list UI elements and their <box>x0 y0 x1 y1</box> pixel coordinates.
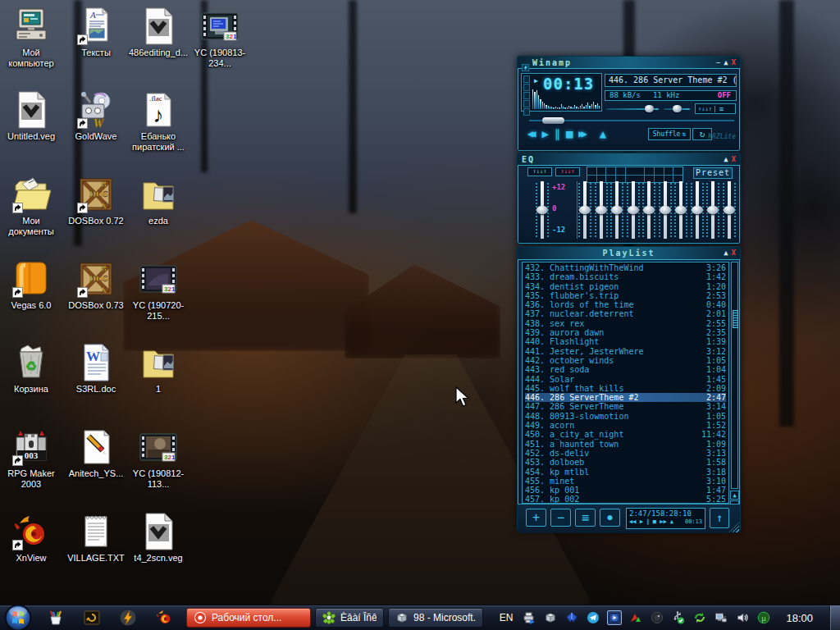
playlist-item[interactable]: 438. sex rex2:55 <box>525 319 726 328</box>
task-button[interactable]: Рабочий стол... <box>186 608 311 628</box>
eq-band-slider-6[interactable] <box>659 181 672 239</box>
playlist-item[interactable]: 443. red soda1:04 <box>525 365 726 374</box>
playlist-item[interactable]: 439. aurora dawn2:35 <box>525 328 726 337</box>
playlist-titlebar[interactable]: PlayList ▲ X <box>518 247 740 260</box>
playlist-item[interactable]: 448. 80913-slowmotion1:05 <box>525 412 726 421</box>
telegram-icon[interactable] <box>586 610 600 625</box>
vpc-icon[interactable] <box>543 610 558 625</box>
printer-icon[interactable] <box>522 610 536 625</box>
spectrum-analyzer[interactable] <box>532 91 600 109</box>
winamp-main-titlebar[interactable]: Winamp − ▲ X <box>518 57 740 69</box>
playlist-item[interactable]: 432. ChattingWithTheWind3:26 <box>525 263 726 272</box>
mini-transport-icons[interactable]: ◀◀ ▶ ∥ ■ ▶▶ ▲ <box>629 518 673 525</box>
usb-safely-remove-icon[interactable] <box>671 610 686 625</box>
playlist-item[interactable]: 444. Solar1:45 <box>525 375 726 384</box>
pause-button[interactable]: ∥ <box>555 126 560 141</box>
desktop-icon-goldwave[interactable]: WGoldWave <box>65 90 127 142</box>
media-player-icon[interactable] <box>607 610 622 625</box>
moth-messenger-icon[interactable] <box>564 610 579 625</box>
desktop-icon-xnview[interactable]: XnView <box>0 512 62 564</box>
close-button[interactable]: X <box>732 57 736 68</box>
eq-band-slider-1[interactable] <box>578 181 591 239</box>
desktop-icon-folder-pics[interactable]: ezda <box>127 175 189 226</box>
eq-band-slider-5[interactable] <box>642 181 655 239</box>
playlist-item[interactable]: 450. a_city_at_night11:42 <box>525 430 726 439</box>
preamp-slider[interactable] <box>536 181 549 239</box>
volume-knob-icon[interactable] <box>650 610 664 625</box>
eject-button[interactable]: ▲ <box>600 126 606 141</box>
slider-knob[interactable] <box>611 206 623 214</box>
task-button[interactable]: Èâàí Îñêîëêà - ... <box>315 608 384 628</box>
eq-band-slider-2[interactable] <box>595 181 608 239</box>
eq-playlist-toggle[interactable]: ↑↓↓↑ ≡ <box>695 103 736 114</box>
seek-bar[interactable] <box>529 117 734 125</box>
playlist-item[interactable]: 453. dolboeb1:58 <box>525 458 726 467</box>
add-track-button[interactable]: + <box>526 509 546 527</box>
traffic-monitor-icon[interactable] <box>628 610 643 625</box>
xnview-icon[interactable] <box>155 609 173 627</box>
desktop-icon-folder-docs[interactable]: Мои документы <box>0 175 62 237</box>
playlist-item[interactable]: 446. 286 ServerTheme #22:47 <box>525 393 726 402</box>
eq-auto-button[interactable]: ↑↓↓↑ <box>555 167 580 176</box>
show-desktop-button[interactable] <box>829 605 840 630</box>
balance-knob[interactable] <box>673 105 682 112</box>
eq-band-slider-10[interactable] <box>723 181 736 239</box>
desktop-icon-video-dark[interactable]: 321YC (190720-215... <box>127 259 189 322</box>
playlist-item[interactable]: 457. kp_0025:25 <box>525 495 726 504</box>
pencil-cup-icon[interactable] <box>47 609 65 627</box>
play-button[interactable]: ▶ <box>541 126 548 141</box>
slider-knob[interactable] <box>707 206 719 214</box>
remove-track-button[interactable]: − <box>550 509 571 527</box>
scroll-up-button[interactable]: ▲ <box>730 491 739 500</box>
stop-button[interactable]: ■ <box>566 126 573 141</box>
track-title-display[interactable]: 446. 286 Server Theme #2 (2:47) <box>605 74 737 87</box>
slider-knob[interactable] <box>579 206 591 214</box>
desktop-icon-veg[interactable]: 486editing_d... <box>127 7 189 58</box>
close-button[interactable]: X <box>732 248 736 258</box>
playlist-scrollbar[interactable] <box>731 262 738 489</box>
seek-thumb[interactable] <box>542 117 564 124</box>
slider-knob[interactable] <box>692 206 703 214</box>
time-display[interactable]: 00:13 <box>543 75 594 93</box>
shade-button[interactable]: ▲ <box>724 154 728 165</box>
updater-icon[interactable] <box>692 610 707 625</box>
desktop-icon-vegas[interactable]: Vegas 6.0 <box>0 259 62 311</box>
desktop-icon-veg[interactable]: t4_2scn.veg <box>127 512 189 564</box>
volume-slider[interactable] <box>606 105 659 112</box>
eq-toggle-button[interactable]: ↑↓↓↑ <box>696 106 715 112</box>
desktop-icon-rpg[interactable]: 003RPG Maker 2003 <box>0 427 62 490</box>
desktop-icon-dosbox[interactable]: DOSBXDOSBox 0.72 <box>65 175 127 226</box>
slider-knob[interactable] <box>596 206 607 214</box>
minimize-button[interactable]: − <box>716 57 720 68</box>
desktop-icon-dosbox[interactable]: DOSBXDOSBox 0.73 <box>65 259 127 311</box>
desktop-icon-recycle[interactable]: ♻Корзина <box>0 343 62 395</box>
playlist-item[interactable]: 433. dream.biscuits1:42 <box>525 272 726 281</box>
desktop-icon-video-cam[interactable]: 321YC (190812-113... <box>127 427 189 490</box>
slider-knob[interactable] <box>675 206 687 214</box>
eq-band-slider-4[interactable] <box>627 181 640 239</box>
slider-knob[interactable] <box>724 206 735 214</box>
desktop-icon-doc-image[interactable]: AТексты <box>65 7 127 58</box>
desktop-icon-word[interactable]: WS3RL.doc <box>65 343 127 395</box>
slider-knob[interactable] <box>536 206 548 214</box>
playlist-item[interactable]: 452. ds-deliv3:13 <box>525 449 726 458</box>
language-indicator[interactable]: EN <box>500 612 514 623</box>
utorrent-icon[interactable]: µ <box>756 610 771 625</box>
winamp-icon[interactable] <box>119 609 137 627</box>
desktop-icon-video-crt[interactable]: 321YC (190813-234... <box>189 7 251 69</box>
playlist-item[interactable]: 456. kp_0011:47 <box>525 486 726 495</box>
desktop-icon-folder-pics[interactable]: 1 <box>127 343 189 395</box>
start-button[interactable] <box>4 604 32 630</box>
playlist-item[interactable]: 436. lords of the time0:40 <box>525 300 726 309</box>
shade-button[interactable]: ▲ <box>724 57 728 68</box>
desktop-icon-flac[interactable]: .flac♪Ебанько пиратский ... <box>127 90 189 153</box>
playlist-item[interactable]: 441. Jester, JesterWhere3:12 <box>525 347 726 356</box>
playlist-item[interactable]: 435. flubber's.trip2:53 <box>525 291 726 300</box>
shade-button[interactable]: ▲ <box>724 248 728 258</box>
shuffle-button[interactable]: Shuffle ⇅ <box>648 128 691 140</box>
close-button[interactable]: X <box>732 154 736 165</box>
selection-button[interactable]: ≡ <box>575 509 596 527</box>
previous-button[interactable]: ◀◀ <box>527 126 536 141</box>
balance-slider[interactable] <box>664 105 690 112</box>
list-up-button[interactable]: ↑ <box>710 508 729 528</box>
